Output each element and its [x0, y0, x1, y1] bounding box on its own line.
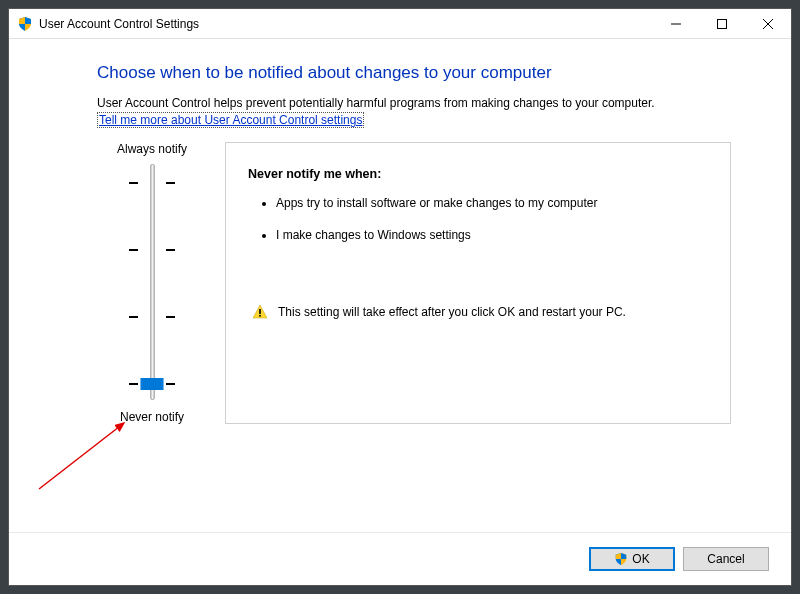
svg-rect-5 — [259, 315, 261, 317]
info-list-item: I make changes to Windows settings — [276, 227, 712, 244]
close-button[interactable] — [745, 9, 791, 39]
content-area: Choose when to be notified about changes… — [9, 39, 791, 532]
maximize-button[interactable] — [699, 9, 745, 39]
slider-label-top: Always notify — [117, 142, 187, 156]
warning-row: This setting will take effect after you … — [248, 304, 712, 321]
slider-tick-1 — [129, 182, 175, 184]
info-panel: Never notify me when: Apps try to instal… — [225, 142, 731, 424]
ok-button[interactable]: OK — [589, 547, 675, 571]
warning-icon — [252, 304, 268, 320]
title-bar: User Account Control Settings — [9, 9, 791, 39]
learn-more-link[interactable]: Tell me more about User Account Control … — [97, 112, 364, 128]
slider-tick-2 — [129, 249, 175, 251]
cancel-button[interactable]: Cancel — [683, 547, 769, 571]
cancel-button-label: Cancel — [707, 552, 744, 566]
notification-slider[interactable] — [129, 164, 175, 400]
slider-label-bottom: Never notify — [120, 410, 184, 424]
slider-thumb[interactable] — [141, 378, 164, 390]
svg-rect-4 — [259, 309, 261, 314]
warning-text: This setting will take effect after you … — [278, 304, 626, 321]
description-text: User Account Control helps prevent poten… — [97, 95, 731, 112]
info-list: Apps try to install software or make cha… — [248, 195, 712, 244]
info-list-item: Apps try to install software or make cha… — [276, 195, 712, 212]
uac-settings-window: User Account Control Settings Choose whe… — [8, 8, 792, 586]
svg-line-6 — [39, 423, 124, 489]
button-footer: OK Cancel — [9, 532, 791, 585]
shield-icon — [614, 552, 628, 566]
shield-icon — [17, 16, 33, 32]
minimize-button[interactable] — [653, 9, 699, 39]
info-title: Never notify me when: — [248, 167, 712, 181]
page-heading: Choose when to be notified about changes… — [97, 63, 731, 83]
svg-rect-1 — [718, 19, 727, 28]
slider-track — [150, 164, 155, 400]
slider-tick-3 — [129, 316, 175, 318]
ok-button-label: OK — [632, 552, 649, 566]
slider-column: Always notify Never notify — [97, 142, 207, 424]
window-title: User Account Control Settings — [39, 17, 653, 31]
